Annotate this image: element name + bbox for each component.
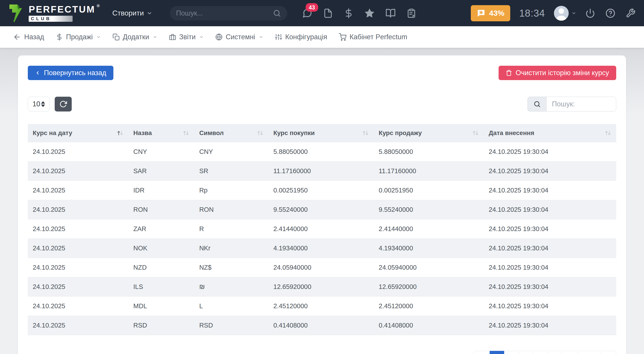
documents-button[interactable] bbox=[323, 8, 333, 18]
messages-button[interactable]: 43 bbox=[302, 8, 312, 18]
pagination-prev-button[interactable] bbox=[474, 351, 490, 354]
global-search-input[interactable] bbox=[176, 9, 273, 17]
nav-item-addons[interactable]: Додатки bbox=[112, 33, 157, 41]
nav-item-label: Додатки bbox=[123, 33, 149, 41]
topbar-right-group: 43% 18:34 bbox=[471, 5, 636, 21]
tasks-button[interactable] bbox=[406, 8, 416, 18]
column-header-name[interactable]: Назва bbox=[128, 124, 194, 142]
nav-item-cabinet-perfectum[interactable]: Кабінет Perfectum bbox=[339, 33, 407, 41]
nav-item-sales[interactable]: Продажі bbox=[56, 33, 101, 41]
table-row: 24.10.2025RSDRSD0.414080000.4140800024.1… bbox=[28, 316, 616, 335]
system-icon-group bbox=[585, 8, 636, 18]
cell-sell-rate: 24.05940000 bbox=[374, 258, 484, 277]
help-icon[interactable] bbox=[606, 8, 615, 18]
clock: 18:34 bbox=[519, 8, 545, 19]
page-button-4[interactable]: 4 bbox=[533, 351, 548, 354]
clear-history-button[interactable]: Очистити історію зміни курсу bbox=[498, 66, 616, 80]
cell-name: MDL bbox=[128, 297, 194, 316]
cell-name: IDR bbox=[128, 181, 194, 200]
brand-logo[interactable]: PERFECTUM ® CLUB bbox=[8, 4, 100, 23]
cell-sell-rate: 2.45120000 bbox=[374, 297, 484, 316]
table-row: 24.10.2025ZARR2.414400002.4144000024.10.… bbox=[28, 219, 616, 239]
nav-item-reports[interactable]: Звіти bbox=[169, 33, 204, 41]
pagination-ellipsis[interactable]: ... bbox=[562, 351, 578, 354]
global-search[interactable] bbox=[170, 6, 287, 21]
cell-symbol: NZ$ bbox=[194, 258, 268, 277]
trash-icon bbox=[506, 70, 512, 76]
cell-buy-rate: 5.88050000 bbox=[268, 142, 374, 161]
cell-name: NOK bbox=[128, 239, 194, 258]
nav-item-label: Системні bbox=[226, 33, 255, 41]
cell-rate-date: 24.10.2025 bbox=[28, 219, 128, 239]
table-search-input[interactable] bbox=[546, 97, 616, 111]
sliders-icon bbox=[275, 34, 282, 41]
page-button-1[interactable]: 1 bbox=[490, 351, 504, 354]
cell-sell-rate: 11.17160000 bbox=[374, 161, 484, 181]
chevron-down-icon bbox=[153, 35, 157, 39]
promo-badge-button[interactable]: 43% bbox=[471, 5, 510, 21]
nav-back[interactable]: Назад bbox=[13, 33, 44, 41]
cell-rate-date: 24.10.2025 bbox=[28, 297, 128, 316]
pagination-next-button[interactable] bbox=[600, 351, 616, 354]
brand-sub: CLUB bbox=[31, 16, 52, 21]
page-button-532[interactable]: 532 bbox=[578, 351, 600, 354]
cell-symbol: SR bbox=[194, 161, 268, 181]
cell-sell-rate: 9.55240000 bbox=[374, 200, 484, 219]
chevron-down-icon bbox=[96, 35, 101, 39]
nav-item-label: Кабінет Perfectum bbox=[350, 33, 407, 41]
create-menu-button[interactable]: Створити bbox=[112, 9, 152, 17]
cell-symbol: L bbox=[194, 297, 268, 316]
search-icon bbox=[273, 9, 281, 17]
page-size-select[interactable]: 10 bbox=[28, 97, 50, 111]
sort-icon bbox=[257, 130, 264, 136]
table-row: 24.10.2025ILS₪12.6592000012.6592000024.1… bbox=[28, 277, 616, 297]
column-header-buy-rate[interactable]: Курс покупки bbox=[268, 124, 374, 142]
cell-buy-rate: 0.41408000 bbox=[268, 316, 374, 335]
refresh-icon bbox=[60, 100, 67, 108]
page-button-2[interactable]: 2 bbox=[504, 351, 518, 354]
cell-entered-at: 24.10.2025 19:30:04 bbox=[484, 219, 616, 239]
globe-icon bbox=[215, 34, 222, 41]
nav-item-label: Звіти bbox=[179, 33, 196, 41]
go-back-button[interactable]: Повернутись назад bbox=[28, 66, 114, 80]
cell-buy-rate: 0.00251950 bbox=[268, 181, 374, 200]
column-header-rate-date[interactable]: Курс на дату bbox=[28, 124, 128, 142]
cell-name: RSD bbox=[128, 316, 194, 335]
perfectum-logo-icon bbox=[8, 4, 24, 23]
clipboard-icon bbox=[406, 8, 416, 18]
cell-name: ZAR bbox=[128, 219, 194, 239]
favorites-button[interactable] bbox=[364, 8, 375, 18]
actions-row: Повернутись назад Очистити історію зміни… bbox=[28, 66, 616, 80]
column-header-symbol[interactable]: Символ bbox=[194, 124, 268, 142]
cell-buy-rate: 2.41440000 bbox=[268, 219, 374, 239]
nav-item-label: Конфігурація bbox=[285, 33, 327, 41]
nav-item-configuration[interactable]: Конфігурація bbox=[275, 33, 327, 41]
file-icon bbox=[323, 8, 333, 18]
book-icon bbox=[386, 8, 396, 18]
cell-name: ILS bbox=[128, 277, 194, 297]
column-header-entered-at[interactable]: Дата внесення bbox=[484, 124, 616, 142]
cell-symbol: Rp bbox=[194, 181, 268, 200]
refresh-button[interactable] bbox=[55, 97, 72, 111]
cell-rate-date: 24.10.2025 bbox=[28, 181, 128, 200]
knowledge-base-button[interactable] bbox=[386, 8, 396, 18]
table-row: 24.10.2025IDRRp0.002519500.0025195024.10… bbox=[28, 181, 616, 200]
page-button-5[interactable]: 5 bbox=[547, 351, 562, 354]
cell-buy-rate: 24.05940000 bbox=[268, 258, 374, 277]
wrench-icon[interactable] bbox=[626, 8, 636, 18]
table-row: 24.10.2025NOKNKr4.193400004.1934000024.1… bbox=[28, 239, 616, 258]
finance-button[interactable] bbox=[344, 8, 354, 18]
cell-entered-at: 24.10.2025 19:30:04 bbox=[484, 181, 616, 200]
page-button-3[interactable]: 3 bbox=[518, 351, 533, 354]
user-menu-button[interactable] bbox=[554, 6, 576, 21]
sort-icon bbox=[472, 130, 479, 136]
column-header-sell-rate[interactable]: Курс продажу bbox=[374, 124, 484, 142]
cell-sell-rate: 2.41440000 bbox=[374, 219, 484, 239]
table-row: 24.10.2025NZDNZ$24.0594000024.0594000024… bbox=[28, 258, 616, 277]
brand-club-band: CLUB bbox=[29, 16, 72, 22]
cell-name: RON bbox=[128, 200, 194, 219]
nav-item-system[interactable]: Системні bbox=[215, 33, 263, 41]
power-icon[interactable] bbox=[585, 8, 595, 18]
cell-rate-date: 24.10.2025 bbox=[28, 239, 128, 258]
cell-sell-rate: 4.19340000 bbox=[374, 239, 484, 258]
